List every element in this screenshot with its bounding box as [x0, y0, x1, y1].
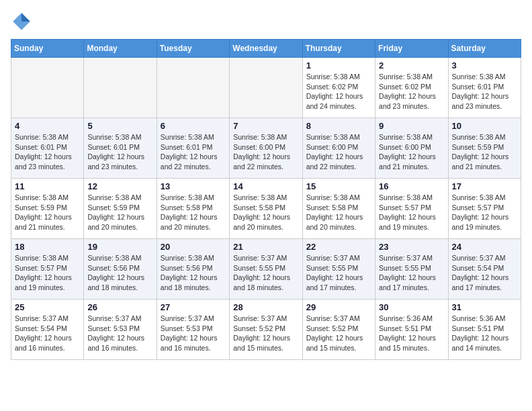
day-number: 7	[233, 121, 298, 131]
svg-marker-1	[21, 13, 30, 21]
day-info: Sunrise: 5:38 AM Sunset: 6:00 PM Dayligh…	[379, 132, 444, 172]
calendar-day-cell: 27Sunrise: 5:37 AM Sunset: 5:53 PM Dayli…	[157, 300, 229, 360]
day-info: Sunrise: 5:38 AM Sunset: 6:02 PM Dayligh…	[379, 72, 444, 111]
calendar-day-cell: 29Sunrise: 5:37 AM Sunset: 5:52 PM Dayli…	[302, 300, 375, 360]
day-number: 27	[161, 302, 226, 312]
calendar-day-cell: 16Sunrise: 5:38 AM Sunset: 5:57 PM Dayli…	[375, 179, 448, 239]
day-number: 24	[452, 242, 517, 252]
calendar-week-row: 18Sunrise: 5:38 AM Sunset: 5:57 PM Dayli…	[11, 239, 521, 300]
calendar-day-cell: 26Sunrise: 5:37 AM Sunset: 5:53 PM Dayli…	[84, 300, 157, 360]
day-info: Sunrise: 5:38 AM Sunset: 5:57 PM Dayligh…	[452, 193, 517, 232]
day-info: Sunrise: 5:37 AM Sunset: 5:53 PM Dayligh…	[87, 314, 152, 353]
weekday-header: Tuesday	[157, 40, 229, 58]
calendar-day-cell: 7Sunrise: 5:38 AM Sunset: 6:00 PM Daylig…	[230, 118, 302, 179]
day-info: Sunrise: 5:38 AM Sunset: 6:01 PM Dayligh…	[87, 132, 152, 172]
calendar-empty-cell	[230, 58, 302, 118]
calendar-day-cell: 9Sunrise: 5:38 AM Sunset: 6:00 PM Daylig…	[375, 118, 448, 179]
weekday-header: Monday	[84, 40, 157, 58]
day-info: Sunrise: 5:38 AM Sunset: 6:01 PM Dayligh…	[15, 132, 80, 172]
calendar-day-cell: 19Sunrise: 5:38 AM Sunset: 5:56 PM Dayli…	[84, 239, 157, 300]
day-info: Sunrise: 5:36 AM Sunset: 5:51 PM Dayligh…	[452, 314, 517, 353]
calendar-day-cell: 6Sunrise: 5:38 AM Sunset: 6:01 PM Daylig…	[157, 118, 229, 179]
calendar-day-cell: 30Sunrise: 5:36 AM Sunset: 5:51 PM Dayli…	[375, 300, 448, 360]
day-number: 29	[306, 302, 371, 312]
day-number: 6	[161, 121, 226, 131]
page-header	[11, 11, 521, 32]
weekday-header: Sunday	[11, 40, 84, 58]
calendar-day-cell: 15Sunrise: 5:38 AM Sunset: 5:58 PM Dayli…	[302, 179, 375, 239]
day-info: Sunrise: 5:38 AM Sunset: 6:00 PM Dayligh…	[306, 132, 371, 172]
day-number: 2	[379, 60, 444, 71]
day-info: Sunrise: 5:38 AM Sunset: 5:59 PM Dayligh…	[15, 193, 80, 232]
day-number: 30	[379, 302, 444, 312]
calendar-day-cell: 3Sunrise: 5:38 AM Sunset: 6:01 PM Daylig…	[448, 58, 521, 118]
calendar-day-cell: 28Sunrise: 5:37 AM Sunset: 5:52 PM Dayli…	[230, 300, 302, 360]
calendar-day-cell: 13Sunrise: 5:38 AM Sunset: 5:58 PM Dayli…	[157, 179, 229, 239]
calendar-empty-cell	[157, 58, 229, 118]
day-number: 31	[452, 302, 517, 312]
day-info: Sunrise: 5:37 AM Sunset: 5:53 PM Dayligh…	[161, 314, 226, 353]
day-number: 14	[233, 181, 298, 191]
day-info: Sunrise: 5:38 AM Sunset: 5:56 PM Dayligh…	[161, 253, 226, 293]
calendar-day-cell: 2Sunrise: 5:38 AM Sunset: 6:02 PM Daylig…	[375, 58, 448, 118]
calendar-week-row: 1Sunrise: 5:38 AM Sunset: 6:02 PM Daylig…	[11, 58, 521, 118]
day-number: 17	[452, 181, 517, 191]
day-info: Sunrise: 5:38 AM Sunset: 5:56 PM Dayligh…	[87, 253, 152, 293]
calendar-day-cell: 10Sunrise: 5:38 AM Sunset: 5:59 PM Dayli…	[448, 118, 521, 179]
calendar-day-cell: 8Sunrise: 5:38 AM Sunset: 6:00 PM Daylig…	[302, 118, 375, 179]
weekday-header: Thursday	[302, 40, 375, 58]
day-info: Sunrise: 5:38 AM Sunset: 5:59 PM Dayligh…	[87, 193, 152, 232]
day-number: 23	[379, 242, 444, 252]
day-info: Sunrise: 5:37 AM Sunset: 5:55 PM Dayligh…	[233, 253, 298, 293]
day-number: 19	[87, 242, 152, 252]
logo-icon	[11, 11, 32, 32]
day-number: 21	[233, 242, 298, 252]
day-number: 13	[161, 181, 226, 191]
day-info: Sunrise: 5:38 AM Sunset: 6:01 PM Dayligh…	[452, 72, 517, 111]
calendar-day-cell: 14Sunrise: 5:38 AM Sunset: 5:58 PM Dayli…	[230, 179, 302, 239]
calendar-day-cell: 12Sunrise: 5:38 AM Sunset: 5:59 PM Dayli…	[84, 179, 157, 239]
day-number: 16	[379, 181, 444, 191]
day-info: Sunrise: 5:38 AM Sunset: 5:57 PM Dayligh…	[15, 253, 80, 293]
calendar-empty-cell	[11, 58, 84, 118]
day-number: 9	[379, 121, 444, 131]
calendar-week-row: 25Sunrise: 5:37 AM Sunset: 5:54 PM Dayli…	[11, 300, 521, 360]
day-info: Sunrise: 5:36 AM Sunset: 5:51 PM Dayligh…	[379, 314, 444, 353]
calendar-day-cell: 25Sunrise: 5:37 AM Sunset: 5:54 PM Dayli…	[11, 300, 84, 360]
logo	[11, 11, 36, 32]
day-number: 20	[161, 242, 226, 252]
day-number: 8	[306, 121, 371, 131]
day-info: Sunrise: 5:38 AM Sunset: 6:00 PM Dayligh…	[233, 132, 298, 172]
day-number: 10	[452, 121, 517, 131]
calendar-day-cell: 5Sunrise: 5:38 AM Sunset: 6:01 PM Daylig…	[84, 118, 157, 179]
calendar-day-cell: 24Sunrise: 5:37 AM Sunset: 5:54 PM Dayli…	[448, 239, 521, 300]
day-number: 25	[15, 302, 80, 312]
day-info: Sunrise: 5:38 AM Sunset: 5:57 PM Dayligh…	[379, 193, 444, 232]
day-info: Sunrise: 5:38 AM Sunset: 6:02 PM Dayligh…	[306, 72, 371, 111]
day-number: 1	[306, 60, 371, 71]
calendar-day-cell: 18Sunrise: 5:38 AM Sunset: 5:57 PM Dayli…	[11, 239, 84, 300]
calendar-day-cell: 22Sunrise: 5:37 AM Sunset: 5:55 PM Dayli…	[302, 239, 375, 300]
calendar-week-row: 4Sunrise: 5:38 AM Sunset: 6:01 PM Daylig…	[11, 118, 521, 179]
calendar-table: SundayMondayTuesdayWednesdayThursdayFrid…	[11, 39, 521, 360]
day-info: Sunrise: 5:38 AM Sunset: 6:01 PM Dayligh…	[161, 132, 226, 172]
day-info: Sunrise: 5:38 AM Sunset: 5:58 PM Dayligh…	[161, 193, 226, 232]
day-info: Sunrise: 5:38 AM Sunset: 5:58 PM Dayligh…	[233, 193, 298, 232]
day-info: Sunrise: 5:37 AM Sunset: 5:55 PM Dayligh…	[379, 253, 444, 293]
weekday-header: Friday	[375, 40, 448, 58]
day-info: Sunrise: 5:37 AM Sunset: 5:54 PM Dayligh…	[452, 253, 517, 293]
calendar-day-cell: 17Sunrise: 5:38 AM Sunset: 5:57 PM Dayli…	[448, 179, 521, 239]
day-info: Sunrise: 5:37 AM Sunset: 5:54 PM Dayligh…	[15, 314, 80, 353]
day-info: Sunrise: 5:37 AM Sunset: 5:55 PM Dayligh…	[306, 253, 371, 293]
day-number: 18	[15, 242, 80, 252]
calendar-day-cell: 20Sunrise: 5:38 AM Sunset: 5:56 PM Dayli…	[157, 239, 229, 300]
day-info: Sunrise: 5:38 AM Sunset: 5:58 PM Dayligh…	[306, 193, 371, 232]
calendar-day-cell: 4Sunrise: 5:38 AM Sunset: 6:01 PM Daylig…	[11, 118, 84, 179]
calendar-header-row: SundayMondayTuesdayWednesdayThursdayFrid…	[11, 40, 521, 58]
weekday-header: Saturday	[448, 40, 521, 58]
day-info: Sunrise: 5:37 AM Sunset: 5:52 PM Dayligh…	[306, 314, 371, 353]
day-number: 22	[306, 242, 371, 252]
calendar-day-cell: 1Sunrise: 5:38 AM Sunset: 6:02 PM Daylig…	[302, 58, 375, 118]
day-number: 15	[306, 181, 371, 191]
day-number: 5	[87, 121, 152, 131]
